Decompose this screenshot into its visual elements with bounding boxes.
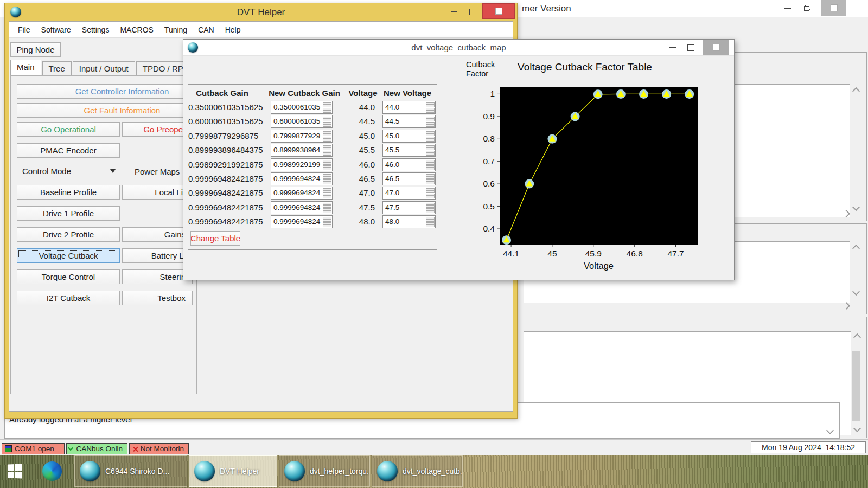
testbox-button[interactable]: Testbox (122, 291, 193, 305)
spin-down-icon[interactable] (426, 165, 435, 170)
dialog-title-bar[interactable]: dvt_voltage_cutback_map (183, 40, 734, 56)
spin-up-icon[interactable] (323, 188, 331, 193)
spin-down-icon[interactable] (323, 222, 331, 227)
scroll-down-icon[interactable] (852, 203, 860, 211)
new-voltage-spinbox[interactable]: 44.5 (382, 115, 436, 128)
scroll-up-icon[interactable] (853, 333, 861, 341)
new-voltage-spinbox[interactable]: 46.5 (382, 172, 436, 185)
helper-minimize-button[interactable] (451, 11, 457, 12)
status-chip-canbus-onlin[interactable]: CANbus Onlin (66, 443, 127, 454)
torque-control-button[interactable]: Torque Control (17, 269, 120, 284)
spin-down-icon[interactable] (426, 222, 435, 227)
spin-down-icon[interactable] (426, 151, 435, 156)
spin-down-icon[interactable] (323, 108, 331, 113)
new-cutback-gain-spinbox[interactable]: 0.9999694824 (271, 187, 333, 200)
spin-up-icon[interactable] (426, 102, 435, 107)
spin-up-icon[interactable] (323, 203, 331, 208)
new-cutback-gain-spinbox[interactable]: 0.6000061035 (271, 115, 333, 128)
spin-up-icon[interactable] (426, 131, 435, 136)
drive-1-profile-button[interactable]: Drive 1 Profile (17, 206, 120, 221)
scroll-up-icon[interactable] (852, 87, 860, 95)
start-button[interactable] (5, 462, 27, 480)
helper-maximize-button[interactable] (469, 9, 476, 15)
new-cutback-gain-spinbox[interactable]: 0.9999694824 (271, 215, 333, 228)
new-cutback-gain-spinbox[interactable]: 0.9999694824 (271, 201, 333, 214)
spin-down-icon[interactable] (426, 137, 435, 142)
new-voltage-spinbox[interactable]: 47.0 (382, 187, 436, 200)
menu-item-help[interactable]: Help (220, 25, 246, 34)
spin-up-icon[interactable] (426, 145, 435, 150)
spin-up-icon[interactable] (426, 203, 435, 208)
scroll-down-icon[interactable] (852, 288, 860, 296)
spin-up-icon[interactable] (323, 174, 331, 179)
spin-down-icon[interactable] (323, 122, 331, 127)
change-table-button[interactable]: Change Table (190, 231, 240, 246)
new-voltage-spinbox[interactable]: 47.5 (382, 201, 436, 214)
menu-item-file[interactable]: File (12, 25, 36, 34)
spin-down-icon[interactable] (426, 108, 435, 113)
dialog-close-button[interactable] (703, 40, 729, 55)
new-cutback-gain-spinbox[interactable]: 0.7999877929 (271, 130, 333, 143)
new-voltage-spinbox[interactable]: 45.0 (382, 130, 436, 143)
spin-down-icon[interactable] (323, 194, 331, 198)
ping-node-button[interactable]: Ping Node (10, 42, 61, 57)
status-chip-not-monitorin[interactable]: Not Monitorin (129, 443, 189, 454)
customer-restore-button[interactable] (804, 5, 810, 11)
spin-up-icon[interactable] (426, 217, 435, 222)
gains-button[interactable]: Gains (122, 227, 193, 242)
new-voltage-spinbox[interactable]: 48.0 (382, 215, 436, 228)
dialog-maximize-button[interactable] (687, 44, 694, 51)
menu-item-macros[interactable]: MACROS (114, 25, 158, 34)
taskbar-item-dvt-helper-torqu[interactable]: dvt_helper_torqu... (279, 455, 370, 487)
status-chip-com1-open[interactable]: COM1 open (2, 443, 65, 454)
scroll-up-icon[interactable] (852, 245, 860, 252)
tab-input-output[interactable]: Input / Output (73, 61, 135, 75)
drive-2-profile-button[interactable]: Drive 2 Profile (17, 227, 120, 242)
go-preoperational-button[interactable]: Go Preoper (122, 122, 193, 137)
customer-close-button[interactable] (821, 0, 846, 16)
spin-up-icon[interactable] (426, 160, 435, 165)
scroll-down-icon[interactable] (853, 425, 861, 432)
dialog-minimize-button[interactable] (669, 47, 676, 48)
new-voltage-spinbox[interactable]: 46.0 (382, 158, 436, 171)
customer-minimize-button[interactable] (784, 8, 791, 9)
taskbar-item-dvt-helper[interactable]: DVT Helper (189, 455, 277, 487)
edge-browser-icon[interactable] (42, 461, 62, 481)
i2t-cutback-button[interactable]: I2T Cutback (17, 291, 120, 305)
new-cutback-gain-spinbox[interactable]: 0.9999694824 (271, 172, 333, 185)
scroll-right-icon[interactable] (843, 302, 850, 310)
scroll-down-icon[interactable] (826, 427, 834, 434)
new-cutback-gain-spinbox[interactable]: 0.8999938964 (271, 144, 333, 157)
spin-up-icon[interactable] (323, 217, 331, 222)
menu-item-can[interactable]: CAN (193, 25, 220, 34)
spin-down-icon[interactable] (426, 122, 435, 127)
battery-li-button[interactable]: Battery Li (122, 248, 193, 263)
new-cutback-gain-spinbox[interactable]: 0.3500061035 (271, 101, 333, 114)
menu-item-software[interactable]: Software (36, 25, 76, 34)
tab-tree[interactable]: Tree (42, 61, 72, 75)
spin-up-icon[interactable] (323, 117, 331, 121)
spin-down-icon[interactable] (323, 165, 331, 170)
menu-item-tuning[interactable]: Tuning (159, 25, 193, 34)
helper-title-bar[interactable]: DVT Helper (5, 3, 517, 21)
helper-close-button[interactable] (482, 3, 515, 19)
spin-down-icon[interactable] (426, 179, 435, 184)
spin-down-icon[interactable] (323, 151, 331, 156)
spin-up-icon[interactable] (426, 174, 435, 179)
spin-down-icon[interactable] (323, 179, 331, 184)
spin-down-icon[interactable] (323, 208, 331, 213)
pmac-encoder-button[interactable]: PMAC Encoder (17, 143, 120, 158)
spin-up-icon[interactable] (323, 145, 331, 150)
spin-up-icon[interactable] (426, 117, 435, 121)
steerin-button[interactable]: Steerin (122, 269, 193, 284)
new-voltage-spinbox[interactable]: 45.5 (382, 144, 436, 157)
local-lir-button[interactable]: Local Lir (122, 185, 193, 200)
go-operational-button[interactable]: Go Operational (17, 122, 120, 137)
new-voltage-spinbox[interactable]: 44.0 (382, 101, 436, 114)
spin-up-icon[interactable] (426, 188, 435, 193)
spin-up-icon[interactable] (323, 160, 331, 165)
tab-main[interactable]: Main (10, 60, 41, 75)
new-cutback-gain-spinbox[interactable]: 0.9989929199 (271, 158, 333, 171)
taskbar-item-c6944-shiroko-d[interactable]: C6944 Shiroko D... (74, 455, 187, 487)
voltage-cutback-button[interactable]: Voltage Cutback (17, 248, 120, 263)
